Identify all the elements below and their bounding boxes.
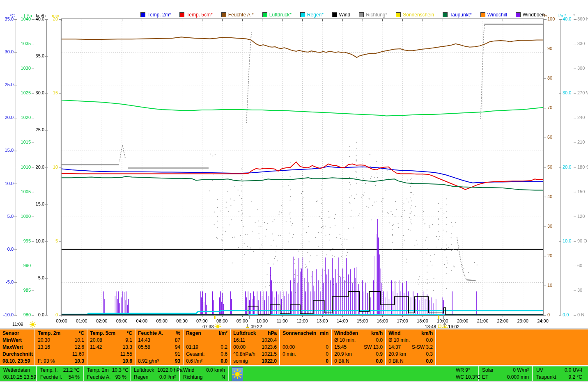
stats-cell-value: 11.55 — [120, 351, 132, 358]
stats-value-row: 0 min.0 — [283, 351, 328, 358]
footer-cell-2: Temp. 2m10.3 °CFeuchte A.93 % — [84, 366, 131, 381]
stats-column-header: Sonnenscheinmin — [283, 330, 328, 337]
footer-value: 9.2 °C — [569, 374, 582, 381]
stats-cell-label: 8.92 g/m³ — [138, 358, 159, 365]
footer-value: 54 % — [69, 374, 80, 381]
stats-cell-value: 10.3 — [75, 358, 84, 365]
stats-cell-value: 10.6 — [123, 358, 132, 365]
stats-cell-value: SW 13.0 — [364, 344, 383, 351]
stats-cell-value: 1021.5 — [262, 351, 277, 358]
stats-cell-label: 01:19 — [186, 344, 198, 351]
stats-header-unit: l/m² — [219, 330, 227, 337]
legend-item-regen: Regen* — [300, 12, 324, 18]
chart-legend: Temp. 2m*Temp. 5cm*Feuchte A.*Luftdruck*… — [140, 11, 545, 18]
stats-cell-value: 0.0 — [426, 337, 433, 344]
stats-cell-value: 0 — [326, 351, 328, 358]
legend-color-swatch-icon — [443, 12, 448, 17]
footer-label: Temp. I. — [40, 367, 58, 374]
stats-row-label: Sensor — [2, 330, 32, 337]
stats-cell-value: 0.3 — [426, 351, 433, 358]
footer-cell-3: Luftdruck1022.0 hPaRegen0.0 l/m² — [131, 366, 180, 381]
footer-label: Regen — [134, 374, 148, 381]
footer-value: 10.3 °C — [112, 367, 129, 374]
legend-label: Regen* — [307, 12, 324, 18]
footer-line: Feuchte A.93 % — [87, 374, 126, 381]
legend-color-swatch-icon — [332, 12, 337, 17]
stats-value-row: 0 — [283, 358, 328, 365]
stats-column-wind: Windkm/hØ 10 min.0.014:37S-SW 3.220.9 km… — [386, 329, 436, 365]
stats-value-row: Ø 10 min.0.0 — [388, 337, 433, 344]
stats-header-name: Temp. 2m — [38, 330, 60, 337]
stats-column-regen: Regenl/m²01:190.2Gesamt:0.60.6 l/m²0.0 — [184, 329, 231, 365]
legend-label: Wind — [339, 12, 350, 18]
stats-header-name: Sonnenschein — [283, 330, 316, 337]
stats-value-row: 15:45SW 13.0 — [334, 344, 383, 351]
stats-row-label: MaxWert — [2, 344, 32, 351]
stats-cell-label: Ø 10 min. — [388, 337, 410, 344]
legend-label: Windböen — [523, 12, 545, 18]
footer-line: ET0.000 mm — [482, 374, 529, 381]
stats-cell-value: 9.1 — [125, 337, 132, 344]
stats-header-name: Wind — [388, 330, 400, 337]
stats-cell-value: 0.0 — [376, 358, 383, 365]
stats-cell-label: 14:43 — [138, 337, 150, 344]
stats-column-header: Windböenkm/h — [334, 330, 383, 337]
stats-cell-label: 16:11 — [233, 337, 245, 344]
stats-cell-value: 0 — [326, 358, 328, 365]
footer-label: ET — [482, 374, 488, 381]
stats-cell-label: 05:58 — [138, 344, 150, 351]
stats-value-row: Gesamt:0.6 — [186, 351, 227, 358]
legend-item-windchill: Windchill — [480, 12, 507, 18]
stats-cell-label: 15:45 — [334, 344, 347, 351]
stats-value-row: 20.9 km0.9 — [334, 351, 383, 358]
stats-value-row — [283, 337, 328, 344]
legend-label: Luftdruck* — [269, 12, 292, 18]
stats-value-row: 11.60 — [38, 351, 84, 358]
legend-item-richtung: Richtung* — [359, 12, 387, 18]
footer-right-cell-0: WR 9°WC 10.3°C — [452, 366, 479, 381]
stats-cell-label: F: 93 % — [38, 358, 55, 365]
legend-color-swatch-icon — [221, 12, 226, 17]
stats-header-name: Windböen — [334, 330, 358, 337]
stats-cell-label: 0 Bft N — [388, 358, 404, 365]
stats-value-row: 16:111020.4 — [233, 337, 277, 344]
stats-cell-label: Ø 10 min. — [334, 337, 356, 344]
stats-header-unit: km/h — [421, 330, 433, 337]
stats-cell-label: 00:00 — [283, 344, 295, 351]
stats-column-feuchte-a: Feuchte A.%14:438705:5894918.92 g/m³93 — [136, 329, 184, 365]
legend-color-swatch-icon — [140, 12, 145, 17]
stats-value-row: 00:001023.6 — [233, 344, 277, 351]
stats-cell-label: ^0.8hPa/h — [233, 351, 255, 358]
stats-value-row — [186, 337, 227, 344]
stats-value-row: F: 93 %10.3 — [38, 358, 84, 365]
legend-item-feuchte-a: Feuchte A.* — [221, 12, 254, 18]
legend-item-temp-2m: Temp. 2m* — [140, 12, 171, 18]
stats-cell-label: Gesamt: — [186, 351, 204, 358]
footer-label: WC 10.3°C — [456, 374, 480, 381]
stats-cell-value: 0.6 — [220, 351, 227, 358]
footer-value: 0 W/m² — [513, 367, 529, 374]
stats-value-row: 0.6 l/m²0.0 — [186, 358, 227, 365]
stats-cell-value: 87 — [175, 337, 180, 344]
legend-color-swatch-icon — [262, 12, 267, 17]
stats-value-row: sonnig1022.0 — [233, 358, 277, 365]
stats-cell-value: 0.0 — [376, 337, 383, 344]
stats-column-temp-2m: Temp. 2m°C20:3010.113:1612.611.60F: 93 %… — [35, 329, 87, 365]
stats-cell-label: sonnig — [233, 358, 248, 365]
stats-value-row: 01:190.2 — [186, 344, 227, 351]
footer-line: Feuchte I.54 % — [40, 374, 80, 381]
footer-value: 1022.0 hPa — [157, 367, 182, 374]
footer-right-cell-1: Solar0 W/m²ET0.000 mm — [479, 366, 533, 381]
footer-line: Solar0 W/m² — [482, 367, 529, 374]
stats-value-row: 20:089.1 — [90, 337, 132, 344]
stats-cell-value: 12.6 — [75, 344, 84, 351]
stats-cell-value: 94 — [175, 344, 180, 351]
stats-header-name: Temp. 5cm — [90, 330, 115, 337]
stats-cell-label: 20:08 — [90, 337, 102, 344]
stats-cell-label: 13:16 — [38, 344, 50, 351]
footer-value: 0.000 mm — [507, 374, 529, 381]
stats-value-row: 00:000 — [283, 344, 328, 351]
legend-item-windb-en: Windböen — [516, 12, 545, 18]
footer-label: Taupunkt — [536, 374, 556, 381]
stats-value-row: 05:5894 — [138, 344, 180, 351]
